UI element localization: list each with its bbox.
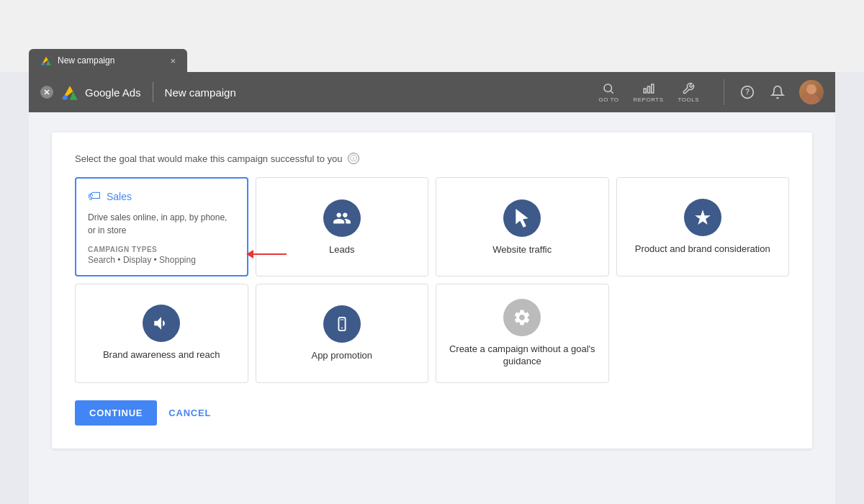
gear-icon <box>513 308 531 327</box>
arrow-annotation <box>251 253 287 255</box>
tools-icon <box>682 82 695 95</box>
svg-rect-12 <box>651 84 653 93</box>
tools-button[interactable]: TOOLS <box>671 79 706 106</box>
google-ads-logo: Google Ads <box>60 83 141 102</box>
app-promotion-icon-circle <box>323 305 361 343</box>
section-title: Select the goal that would make this cam… <box>75 153 342 164</box>
section-title-row: Select the goal that would make this cam… <box>75 153 789 164</box>
svg-point-16 <box>804 94 819 104</box>
help-button[interactable]: ? <box>736 81 759 104</box>
logo-icon <box>60 83 79 102</box>
goal-no-goal[interactable]: Create a campaign without a goal's guida… <box>436 284 609 383</box>
bell-icon <box>770 85 785 99</box>
goals-row-1: 🏷 Sales Drive sales online, in app, by p… <box>75 177 789 276</box>
goto-label: GO TO <box>598 96 618 103</box>
browser-chrome: New campaign × <box>0 0 864 72</box>
svg-line-9 <box>611 91 613 94</box>
header-divider <box>153 82 153 102</box>
goal-product-brand[interactable]: Product and brand consideration <box>616 177 790 276</box>
svg-rect-10 <box>644 89 646 93</box>
no-goal-label: Create a campaign without a goal's guida… <box>448 343 597 368</box>
svg-point-8 <box>604 84 612 92</box>
sales-description: Drive sales online, in app, by phone, or… <box>88 211 235 237</box>
svg-rect-11 <box>647 86 649 93</box>
active-tab[interactable]: New campaign × <box>29 49 187 72</box>
card: Select the goal that would make this cam… <box>52 132 812 449</box>
close-button[interactable] <box>40 86 53 99</box>
no-goal-icon-circle <box>503 299 541 336</box>
notifications-button[interactable] <box>766 81 789 104</box>
app-promotion-label: App promotion <box>311 350 372 361</box>
page-title: New campaign <box>165 86 585 99</box>
website-traffic-label: Website traffic <box>492 244 552 255</box>
main-content-wrapper: Select the goal that would make this cam… <box>29 112 835 504</box>
goal-website-traffic[interactable]: Website traffic <box>436 177 609 276</box>
goto-button[interactable]: GO TO <box>591 79 626 106</box>
svg-point-7 <box>63 95 68 100</box>
leads-label: Leads <box>329 244 354 255</box>
divider-vertical <box>724 79 724 105</box>
cancel-button[interactable]: CANCEL <box>168 408 211 418</box>
leads-icon-circle <box>323 199 361 237</box>
product-brand-icon-circle <box>684 199 721 236</box>
campaign-types-value: Search • Display • Shopping <box>88 255 235 265</box>
leads-icon <box>333 209 351 228</box>
svg-rect-19 <box>340 320 344 320</box>
tab-close[interactable]: × <box>170 55 176 66</box>
tab-bar: New campaign × <box>29 46 835 72</box>
sales-header: 🏷 Sales <box>88 189 235 204</box>
goals-row-2: Brand awareness and reach App promotion <box>75 284 789 383</box>
tab-title: New campaign <box>58 55 114 66</box>
app-header: Google Ads New campaign GO TO REPORTS TO… <box>29 72 835 112</box>
svg-point-2 <box>42 63 45 66</box>
ads-logo-small <box>40 55 52 66</box>
svg-point-15 <box>806 84 816 94</box>
svg-text:?: ? <box>745 88 750 96</box>
continue-button[interactable]: CONTINUE <box>75 400 157 426</box>
goal-brand-awareness[interactable]: Brand awareness and reach <box>75 284 248 383</box>
megaphone-icon <box>152 314 171 333</box>
goal-sales[interactable]: 🏷 Sales Drive sales online, in app, by p… <box>75 177 248 276</box>
browser-window: New campaign × Google Ads New campaign <box>0 0 864 504</box>
tag-icon: 🏷 <box>88 189 101 204</box>
avatar[interactable] <box>799 80 824 104</box>
campaign-types-label: CAMPAIGN TYPES <box>88 246 235 253</box>
sales-title: Sales <box>107 191 132 202</box>
help-icon: ? <box>740 85 755 99</box>
nav-icons: GO TO REPORTS TOOLS <box>591 79 706 106</box>
phone-icon <box>334 316 350 332</box>
info-icon[interactable]: ⓘ <box>348 153 359 164</box>
reports-icon <box>642 82 655 95</box>
tools-label: TOOLS <box>678 96 699 103</box>
product-brand-label: Product and brand consideration <box>635 243 770 256</box>
empty-cell <box>616 284 790 383</box>
search-icon <box>602 82 615 95</box>
reports-label: REPORTS <box>633 96 663 103</box>
brand-awareness-icon-circle <box>143 305 180 342</box>
goal-leads[interactable]: Leads <box>256 177 429 276</box>
page: { "header": { "app_name": "Google Ads", … <box>0 0 864 504</box>
action-row: CONTINUE CANCEL <box>75 400 789 426</box>
avatar-icon <box>799 80 824 104</box>
reports-button[interactable]: REPORTS <box>626 79 670 106</box>
sparkle-icon <box>693 208 712 227</box>
website-traffic-icon-circle <box>503 199 541 237</box>
logo-text: Google Ads <box>85 86 141 99</box>
brand-awareness-label: Brand awareness and reach <box>103 349 220 361</box>
cursor-icon <box>513 209 531 228</box>
goal-app-promotion[interactable]: App promotion <box>256 284 429 383</box>
